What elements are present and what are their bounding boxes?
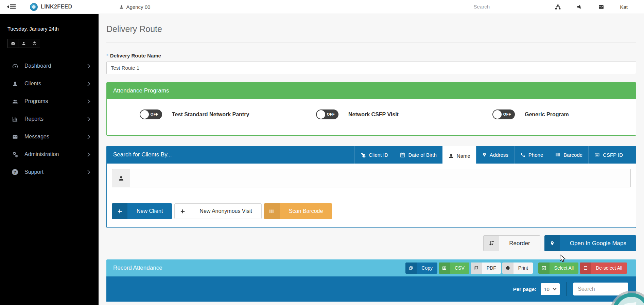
user-icon <box>119 5 124 9</box>
tab-date-of-birth[interactable]: Date of Birth <box>394 146 442 164</box>
gears-icon <box>11 152 19 157</box>
brand[interactable]: LINK2FEED <box>30 3 72 11</box>
logout-button[interactable] <box>29 39 40 48</box>
deselect-all-button[interactable]: De-select All <box>580 262 627 274</box>
route-name-label: *Delivery Route Name <box>106 53 636 58</box>
name-search-input[interactable] <box>130 169 631 187</box>
announcements-icon[interactable] <box>576 4 582 10</box>
sidebar-item-programs[interactable]: Programs <box>0 92 99 110</box>
phone-icon <box>520 152 525 157</box>
sidebar-item-label: Support <box>24 169 43 175</box>
check-square-icon <box>538 262 550 274</box>
brand-name: LINK2FEED <box>41 4 72 10</box>
chevron-right-icon <box>87 170 90 174</box>
sidebar: Tuesday, January 24th Dashboard Clients … <box>0 14 99 305</box>
tab-csfp-id[interactable]: CSFP ID <box>588 146 629 164</box>
sidebar-menu: Dashboard Clients Programs Reports Messa… <box>0 57 99 181</box>
plus-icon <box>112 203 127 219</box>
name-search-group <box>112 169 631 187</box>
sidebar-item-administration[interactable]: Administration <box>0 146 99 163</box>
book-icon <box>471 262 482 274</box>
users-icon <box>11 99 19 104</box>
table-controls-band: Per page: 10 <box>106 276 636 302</box>
per-page-select[interactable]: 10 <box>541 283 560 295</box>
sidebar-item-label: Clients <box>24 81 41 87</box>
select-all-button[interactable]: Select All <box>538 262 579 274</box>
client-search-title: Search for Clients By... <box>113 151 354 158</box>
toggle-state: OFF <box>151 109 158 119</box>
csv-button[interactable]: CSV <box>439 262 469 274</box>
barcode-icon <box>555 152 560 157</box>
table-search <box>573 283 628 295</box>
print-button[interactable]: Print <box>502 262 533 274</box>
sidebar-collapse-icon[interactable] <box>7 4 16 9</box>
sidebar-item-label: Reports <box>24 116 43 122</box>
user-menu[interactable]: Kat <box>620 4 628 10</box>
sidebar-item-label: Programs <box>24 98 48 104</box>
sidebar-item-label: Administration <box>24 151 59 157</box>
toggle-generic-program[interactable]: OFF <box>492 109 515 119</box>
new-anonymous-visit-button[interactable]: New Anonymous Visit <box>174 203 261 219</box>
user-icon <box>11 81 19 87</box>
tab-client-id[interactable]: Client ID <box>354 146 394 164</box>
band-divider <box>566 282 567 296</box>
main-content: Delivery Route *Delivery Route Name Atte… <box>99 14 644 305</box>
route-name-input[interactable] <box>106 62 636 74</box>
tab-name[interactable]: Name <box>442 146 476 166</box>
plus-icon <box>175 204 190 219</box>
toggle-knob <box>317 110 325 119</box>
client-search-tabs: Client ID Date of Birth Name Address Pho… <box>354 146 629 164</box>
scan-barcode-button[interactable]: Scan Barcode <box>264 203 332 219</box>
map-marker-icon <box>544 235 560 251</box>
envelope-icon <box>11 41 15 45</box>
table-search-input[interactable] <box>573 283 628 295</box>
table-toolbar: Copy CSV PDF Print Select All <box>405 262 627 274</box>
sidebar-item-dashboard[interactable]: Dashboard <box>0 57 99 75</box>
chevron-right-icon <box>87 117 90 121</box>
toggle-knob <box>140 110 149 119</box>
sitemap-icon[interactable] <box>555 4 561 10</box>
question-circle-icon: ? <box>11 169 19 175</box>
per-page-label: Per page: <box>513 286 536 292</box>
new-client-button[interactable]: New Client <box>112 203 172 219</box>
tab-phone[interactable]: Phone <box>514 146 549 164</box>
global-search-input[interactable] <box>473 4 533 10</box>
pdf-button[interactable]: PDF <box>471 262 501 274</box>
envelope-icon <box>11 134 19 139</box>
messages-icon[interactable] <box>598 4 604 10</box>
sidebar-item-label: Messages <box>24 134 49 140</box>
quick-messages-button[interactable] <box>7 39 18 48</box>
chevron-right-icon <box>87 135 90 139</box>
sidebar-item-label: Dashboard <box>24 63 51 69</box>
dashboard-icon <box>11 63 19 69</box>
user-icon <box>22 41 26 46</box>
user-icon-addon <box>112 169 130 187</box>
tab-address[interactable]: Address <box>476 146 514 164</box>
square-outline-icon <box>580 262 591 274</box>
agency-name: Agency 00 <box>126 4 151 10</box>
reorder-button[interactable]: Reorder <box>483 235 540 251</box>
power-icon <box>32 41 37 46</box>
id-card-icon <box>594 152 600 157</box>
chevron-down-icon <box>553 288 557 290</box>
toggle-network-csfp-visit[interactable]: OFF <box>316 109 338 119</box>
sidebar-item-support[interactable]: ? Support <box>0 163 99 181</box>
table-icon <box>439 262 450 274</box>
open-in-google-maps-button[interactable]: Open In Google Maps <box>544 235 636 251</box>
tab-barcode[interactable]: Barcode <box>549 146 588 164</box>
chevron-right-icon <box>87 64 90 68</box>
record-attendance-panel: Record Attendance Copy CSV PDF Print <box>106 259 636 302</box>
copy-button[interactable]: Copy <box>405 262 437 274</box>
agency-selector[interactable]: Agency 00 <box>119 4 151 10</box>
program-toggle-row: OFF Generic Program <box>459 109 636 119</box>
map-marker-icon <box>482 152 487 157</box>
program-label: Network CSFP Visit <box>348 112 399 118</box>
toggle-test-standard-network-pantry[interactable]: OFF <box>140 109 162 119</box>
bar-chart-icon <box>11 116 19 122</box>
calendar-icon <box>400 152 405 157</box>
sidebar-item-messages[interactable]: Messages <box>0 128 99 146</box>
quick-profile-button[interactable] <box>18 39 29 48</box>
chevron-right-icon <box>87 82 90 86</box>
sidebar-item-reports[interactable]: Reports <box>0 110 99 128</box>
sidebar-item-clients[interactable]: Clients <box>0 75 99 92</box>
